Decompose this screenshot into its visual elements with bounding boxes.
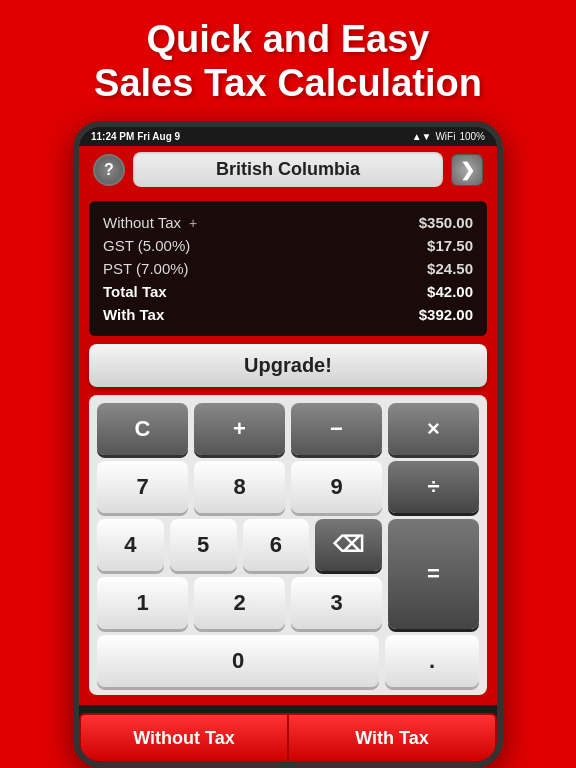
status-bar: 11:24 PM Fri Aug 9 ▲▼ WiFi 100% [79, 127, 497, 146]
region-selector: ? British Columbia ❯ [89, 146, 487, 193]
tax-label: GST (5.00%) [103, 237, 190, 254]
calc-button[interactable]: ÷ [388, 461, 479, 513]
calc-button[interactable]: 5 [170, 519, 237, 571]
calc-button[interactable]: ⌫ [315, 519, 382, 571]
calc-button[interactable]: 7 [97, 461, 188, 513]
calc-button[interactable]: 9 [291, 461, 382, 513]
tax-value: $392.00 [419, 306, 473, 323]
equals-button[interactable]: = [388, 519, 479, 629]
battery-icon: 100% [459, 131, 485, 142]
app-header: Quick and Easy Sales Tax Calculation [74, 0, 502, 115]
calc-button[interactable]: 8 [194, 461, 285, 513]
app-area: ? British Columbia ❯ Without Tax +$350.0… [79, 146, 497, 705]
status-time: 11:24 PM Fri Aug 9 [91, 131, 180, 142]
calc-button[interactable]: 4 [97, 519, 164, 571]
tax-results-panel: Without Tax +$350.00GST (5.00%)$17.50PST… [89, 201, 487, 336]
calc-row-123: 123 [97, 577, 382, 629]
bottom-buttons: Without Tax With Tax [79, 713, 497, 763]
calc-button[interactable]: × [388, 403, 479, 455]
tax-row: With Tax$392.00 [103, 303, 473, 326]
help-button[interactable]: ? [93, 154, 125, 186]
tax-label: Total Tax [103, 283, 167, 300]
calculator: C+−×789÷456⌫123=0. [89, 395, 487, 695]
tax-label: Without Tax + [103, 214, 197, 231]
upgrade-button[interactable]: Upgrade! [89, 344, 487, 387]
signal-icon: ▲▼ [412, 131, 432, 142]
status-icons: ▲▼ WiFi 100% [412, 131, 485, 142]
zero-button[interactable]: 0 [97, 635, 379, 687]
calc-row-456: 456⌫ [97, 519, 382, 571]
without-tax-button[interactable]: Without Tax [79, 713, 288, 763]
with-tax-button[interactable]: With Tax [288, 713, 497, 763]
calc-row-789: 789÷ [97, 461, 479, 513]
tax-row: Total Tax$42.00 [103, 280, 473, 303]
calc-button[interactable]: 2 [194, 577, 285, 629]
next-region-button[interactable]: ❯ [451, 154, 483, 186]
tax-row: Without Tax +$350.00 [103, 211, 473, 234]
tax-value: $17.50 [427, 237, 473, 254]
plus-icon: + [185, 215, 197, 231]
wifi-icon: WiFi [435, 131, 455, 142]
calc-rows-23: 456⌫123= [97, 519, 479, 629]
region-name: British Columbia [133, 152, 443, 187]
calc-button[interactable]: C [97, 403, 188, 455]
tax-value: $350.00 [419, 214, 473, 231]
tax-row: PST (7.00%)$24.50 [103, 257, 473, 280]
device-frame: 11:24 PM Fri Aug 9 ▲▼ WiFi 100% ? Britis… [73, 121, 503, 768]
calc-button[interactable]: 3 [291, 577, 382, 629]
tax-value: $42.00 [427, 283, 473, 300]
calc-button[interactable]: − [291, 403, 382, 455]
tax-value: $24.50 [427, 260, 473, 277]
calc-row-operators: C+−× [97, 403, 479, 455]
calc-row-0: 0. [97, 635, 479, 687]
decimal-button[interactable]: . [385, 635, 479, 687]
tax-label: With Tax [103, 306, 164, 323]
calc-button[interactable]: 1 [97, 577, 188, 629]
tax-label: PST (7.00%) [103, 260, 189, 277]
calc-button[interactable]: 6 [243, 519, 310, 571]
app-title: Quick and Easy Sales Tax Calculation [94, 18, 482, 105]
tax-row: GST (5.00%)$17.50 [103, 234, 473, 257]
calc-button[interactable]: + [194, 403, 285, 455]
